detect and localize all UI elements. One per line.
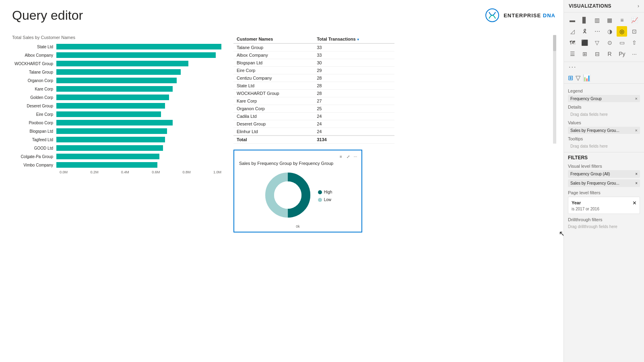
bar-fill [56, 61, 188, 66]
table-row[interactable]: Albox Company33 [233, 51, 394, 59]
table-cell-value: 24 [314, 120, 394, 128]
kpi-icon[interactable]: ⇧ [629, 37, 640, 48]
scatter-chart-icon[interactable]: ⋯ [592, 26, 603, 37]
table-row[interactable]: WOCKHARDT Group28 [233, 90, 394, 97]
donut-chart-icon[interactable]: ◎ [617, 26, 627, 37]
bar-track [56, 95, 221, 100]
visual-filter-pill-2[interactable]: Sales by Frequency Grou... × [568, 179, 640, 187]
card-icon[interactable]: ▭ [617, 37, 627, 48]
values-field-pill[interactable]: Sales by Frequency Grou... × [568, 127, 640, 134]
cursor-icon: ↖ [559, 229, 564, 239]
bar-row[interactable]: Colgate-Pa Group [12, 153, 221, 160]
table-row[interactable]: Elinhur Ltd24 [233, 128, 394, 136]
clustered-bar-icon[interactable]: ≡ [617, 15, 627, 25]
visual-filter-pill-1[interactable]: Frequency Group (All) × [568, 170, 640, 178]
more-icon[interactable]: ··· [629, 49, 640, 59]
donut-expand-icon[interactable]: ⤢ [345, 154, 351, 159]
viz-panel-header: VISUALIZATIONS › [564, 0, 644, 12]
bar-row[interactable]: Vimbo Company [12, 161, 221, 169]
table-row[interactable]: Cadila Ltd24 [233, 113, 394, 120]
donut-more-icon[interactable]: ··· [353, 154, 358, 159]
bar-row[interactable]: Golden Corp [12, 94, 221, 101]
visual-filter-text-2: Sales by Frequency Grou... [570, 181, 619, 185]
column-chart-icon[interactable]: ▊ [580, 15, 590, 25]
table-cell-value: 29 [314, 67, 394, 74]
visual-filter-remove-2[interactable]: × [635, 181, 638, 185]
table-icon[interactable]: ⊞ [580, 49, 590, 59]
bar-label: Deseret Group [12, 104, 56, 108]
page-filter-year-remove[interactable]: × [633, 200, 636, 207]
table-row[interactable]: Centizu Company28 [233, 74, 394, 82]
table-row[interactable]: State Ltd28 [233, 82, 394, 90]
table-row[interactable]: Talane Group33 [233, 43, 394, 51]
pie-chart-icon[interactable]: ◑ [605, 26, 615, 37]
stacked-column-icon[interactable]: ▦ [605, 15, 615, 25]
legend-label-high: High [324, 190, 332, 194]
table-row[interactable]: Organon Corp25 [233, 105, 394, 113]
visual-filter-remove-1[interactable]: × [635, 172, 638, 176]
bar-row[interactable]: WOCKHARDT Group [12, 60, 221, 67]
table-row[interactable]: Kare Corp27 [233, 97, 394, 105]
bar-row[interactable]: Eire Corp [12, 111, 221, 118]
donut-chart-container[interactable]: ≡ ⤢ ··· Sales by Frequency Group by Freq… [233, 150, 362, 232]
table-row[interactable]: Deseret Group24 [233, 120, 394, 128]
values-pill-remove[interactable]: × [635, 128, 638, 133]
table-scrollbar[interactable] [553, 35, 556, 144]
bar-row[interactable]: Talane Group [12, 68, 221, 76]
filters-tab-icon[interactable]: ▽ [576, 74, 580, 82]
logo-text: ENTERPRISE DNA [504, 12, 555, 19]
bar-axis: 0.0M0.2M0.4M0.6M0.8M1.0M [60, 170, 221, 174]
page-level-label: Page level filters [568, 190, 640, 195]
bar-row[interactable]: State Ltd [12, 43, 221, 50]
viz-chevron-icon[interactable]: › [638, 3, 639, 9]
legend-field-pill[interactable]: Frequency Group × [568, 95, 640, 102]
legend-pill-text: Frequency Group [570, 97, 602, 101]
details-drag-hint: Drag data fields here [568, 111, 640, 118]
details-section-label: Details [568, 105, 640, 109]
col-total-transactions[interactable]: Total Transactions [314, 35, 394, 43]
line-chart-icon[interactable]: 📈 [629, 15, 640, 25]
gauge-icon[interactable]: ⊙ [605, 37, 615, 48]
bar-fill [56, 120, 173, 125]
page-filter-year[interactable]: Year × is 2017 or 2016 [568, 197, 640, 214]
python-icon[interactable]: Py [617, 49, 627, 59]
tooltips-drag-hint: Drag data fields here [568, 143, 640, 150]
bar-row[interactable]: Blogspan Ltd [12, 128, 221, 135]
analytics-tab-icon[interactable]: 📊 [583, 74, 591, 82]
ribbon-chart-icon[interactable]: 🎗 [580, 26, 590, 37]
bar-fill [56, 111, 161, 117]
bar-row[interactable]: Pixoboo Corp [12, 119, 221, 126]
bar-track [56, 86, 221, 92]
r-visual-icon[interactable]: R [605, 49, 615, 59]
bar-row[interactable]: Albox Company [12, 51, 221, 59]
bar-row[interactable]: GOOD Ltd [12, 144, 221, 152]
donut-drag-icon[interactable]: ≡ [338, 154, 344, 159]
bar-label: Tagfeed Ltd [12, 138, 56, 142]
bar-label: Albox Company [12, 53, 56, 58]
slicer-icon[interactable]: ☰ [567, 49, 578, 59]
table-row[interactable]: Blogspan Ltd30 [233, 59, 394, 67]
col-customer-names[interactable]: Customer Names [233, 35, 314, 43]
bar-label: Vimbo Company [12, 163, 56, 167]
legend-pill-remove[interactable]: × [635, 96, 638, 101]
bar-track [56, 78, 221, 83]
treemap-icon[interactable]: ⊡ [629, 26, 640, 37]
bar-row[interactable]: Deseret Group [12, 102, 221, 109]
map-icon[interactable]: 🗺 [567, 37, 578, 48]
bar-row[interactable]: Tagfeed Ltd [12, 136, 221, 143]
viz-more-dots[interactable]: ··· [564, 62, 644, 72]
stacked-bar-icon[interactable]: ▥ [592, 15, 603, 25]
bar-row[interactable]: Organon Corp [12, 77, 221, 84]
fields-tab-icon[interactable]: ⊞ [568, 74, 573, 82]
bar-chart-icon[interactable]: ▬ [567, 15, 578, 25]
table-cell-name: Talane Group [233, 43, 314, 51]
legend-item-low: Low [318, 197, 332, 202]
filled-map-icon[interactable]: ⬛ [580, 37, 590, 48]
donut-chart-title: Sales by Frequency Group by Frequency Gr… [237, 161, 358, 166]
filters-panel: FILTERS Visual level filters Frequency G… [564, 152, 644, 232]
table-row[interactable]: Eire Corp29 [233, 67, 394, 74]
funnel-icon[interactable]: ▽ [592, 37, 603, 48]
area-chart-icon[interactable]: ◿ [567, 26, 578, 37]
matrix-icon[interactable]: ⊟ [592, 49, 603, 59]
bar-row[interactable]: Kare Corp [12, 85, 221, 93]
